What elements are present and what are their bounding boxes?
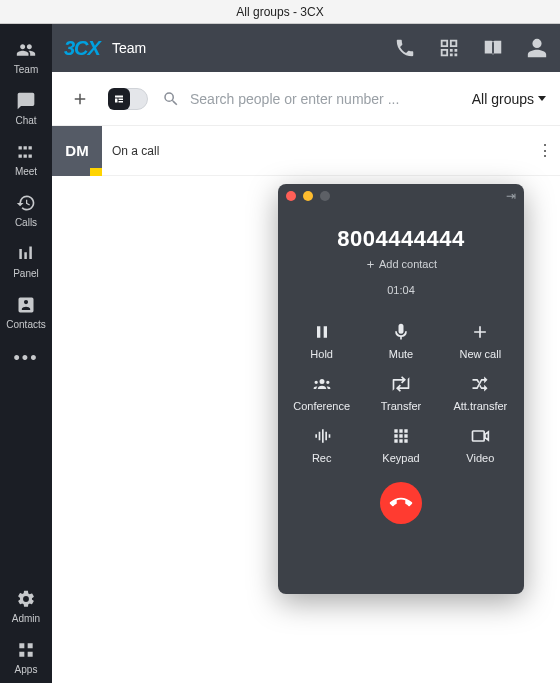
topbar: 3CX Team bbox=[52, 24, 560, 72]
rec-label: Rec bbox=[312, 452, 332, 464]
conference-label: Conference bbox=[293, 400, 350, 412]
search-input[interactable] bbox=[190, 91, 458, 107]
soundwave-icon bbox=[312, 426, 332, 446]
avatar-initials: DM bbox=[65, 142, 88, 159]
toolbar: All groups bbox=[52, 72, 560, 126]
sidebar-item-label: Calls bbox=[15, 217, 37, 228]
sidebar-item-panel[interactable]: Panel bbox=[0, 236, 52, 287]
account-icon[interactable] bbox=[526, 37, 548, 59]
keypad-button[interactable]: Keypad bbox=[361, 422, 440, 468]
list-item[interactable]: DM On a call ⋮ bbox=[52, 126, 560, 176]
newcall-label: New call bbox=[460, 348, 502, 360]
dialer-icon[interactable] bbox=[394, 37, 416, 59]
transfer-label: Transfer bbox=[381, 400, 422, 412]
sidebar: Team Chat Meet Calls Panel Contacts ••• … bbox=[0, 24, 52, 683]
sidebar-item-team[interactable]: Team bbox=[0, 32, 52, 83]
sidebar-item-apps[interactable]: Apps bbox=[0, 632, 52, 683]
apps-icon bbox=[16, 640, 36, 660]
atttransfer-label: Att.transfer bbox=[453, 400, 507, 412]
conference-button[interactable]: Conference bbox=[282, 370, 361, 416]
mic-icon bbox=[391, 322, 411, 342]
people-icon bbox=[16, 40, 36, 60]
video-label: Video bbox=[466, 452, 494, 464]
close-icon[interactable] bbox=[286, 191, 296, 201]
plus-icon bbox=[470, 322, 490, 342]
sidebar-item-label: Panel bbox=[13, 268, 39, 279]
card-icon bbox=[113, 93, 125, 105]
add-contact-button[interactable]: Add contact bbox=[365, 258, 437, 270]
window-titlebar: All groups - 3CX bbox=[0, 0, 560, 24]
conference-icon bbox=[312, 374, 332, 394]
presence-indicator bbox=[90, 168, 102, 176]
detach-icon[interactable]: ⇥ bbox=[506, 189, 516, 203]
plus-icon bbox=[71, 90, 89, 108]
hold-label: Hold bbox=[310, 348, 333, 360]
row-menu-button[interactable]: ⋮ bbox=[530, 141, 560, 160]
call-window: ⇥ 8004444444 Add contact 01:04 Hold Mute bbox=[278, 184, 524, 594]
shuffle-icon bbox=[470, 374, 490, 394]
maximize-icon[interactable] bbox=[320, 191, 330, 201]
sidebar-item-meet[interactable]: Meet bbox=[0, 134, 52, 185]
add-contact-label: Add contact bbox=[379, 258, 437, 270]
sidebar-item-label: Chat bbox=[15, 115, 36, 126]
sidebar-item-contacts[interactable]: Contacts bbox=[0, 287, 52, 338]
chevron-down-icon bbox=[538, 96, 546, 101]
search-field[interactable] bbox=[162, 90, 458, 108]
sidebar-more[interactable]: ••• bbox=[14, 338, 39, 379]
sidebar-item-label: Contacts bbox=[6, 319, 45, 330]
sidebar-item-calls[interactable]: Calls bbox=[0, 185, 52, 236]
call-duration: 01:04 bbox=[278, 284, 524, 296]
call-window-bar: ⇥ bbox=[278, 184, 524, 208]
qrcode-icon[interactable] bbox=[438, 37, 460, 59]
hangup-button[interactable] bbox=[380, 482, 422, 524]
group-selector-label: All groups bbox=[472, 91, 534, 107]
newcall-button[interactable]: New call bbox=[441, 318, 520, 364]
panel-icon bbox=[16, 244, 36, 264]
sidebar-item-label: Apps bbox=[15, 664, 38, 675]
sidebar-item-chat[interactable]: Chat bbox=[0, 83, 52, 134]
gear-icon bbox=[16, 589, 36, 609]
phone-icon bbox=[385, 487, 416, 518]
sidebar-item-label: Team bbox=[14, 64, 38, 75]
view-toggle[interactable] bbox=[108, 88, 148, 110]
page-title: Team bbox=[112, 40, 146, 56]
book-icon[interactable] bbox=[482, 37, 504, 59]
transfer-icon bbox=[391, 374, 411, 394]
sidebar-item-label: Admin bbox=[12, 613, 40, 624]
hold-button[interactable]: Hold bbox=[282, 318, 361, 364]
video-button[interactable]: Video bbox=[441, 422, 520, 468]
keypad-label: Keypad bbox=[382, 452, 419, 464]
sidebar-item-label: Meet bbox=[15, 166, 37, 177]
keypad-icon bbox=[391, 426, 411, 446]
avatar: DM bbox=[52, 126, 102, 176]
call-number: 8004444444 bbox=[278, 226, 524, 252]
history-icon bbox=[16, 193, 36, 213]
search-icon bbox=[162, 90, 180, 108]
status-text: On a call bbox=[102, 144, 530, 158]
pause-icon bbox=[312, 322, 332, 342]
chat-icon bbox=[16, 91, 36, 111]
rec-button[interactable]: Rec bbox=[282, 422, 361, 468]
plus-small-icon bbox=[365, 259, 376, 270]
transfer-button[interactable]: Transfer bbox=[361, 370, 440, 416]
group-selector[interactable]: All groups bbox=[472, 91, 546, 107]
video-icon bbox=[470, 426, 490, 446]
meet-icon bbox=[16, 142, 36, 162]
new-button[interactable] bbox=[66, 85, 94, 113]
mute-button[interactable]: Mute bbox=[361, 318, 440, 364]
brand-logo: 3CX bbox=[64, 37, 100, 60]
mute-label: Mute bbox=[389, 348, 413, 360]
minimize-icon[interactable] bbox=[303, 191, 313, 201]
atttransfer-button[interactable]: Att.transfer bbox=[441, 370, 520, 416]
sidebar-item-admin[interactable]: Admin bbox=[0, 581, 52, 632]
contacts-icon bbox=[16, 295, 36, 315]
